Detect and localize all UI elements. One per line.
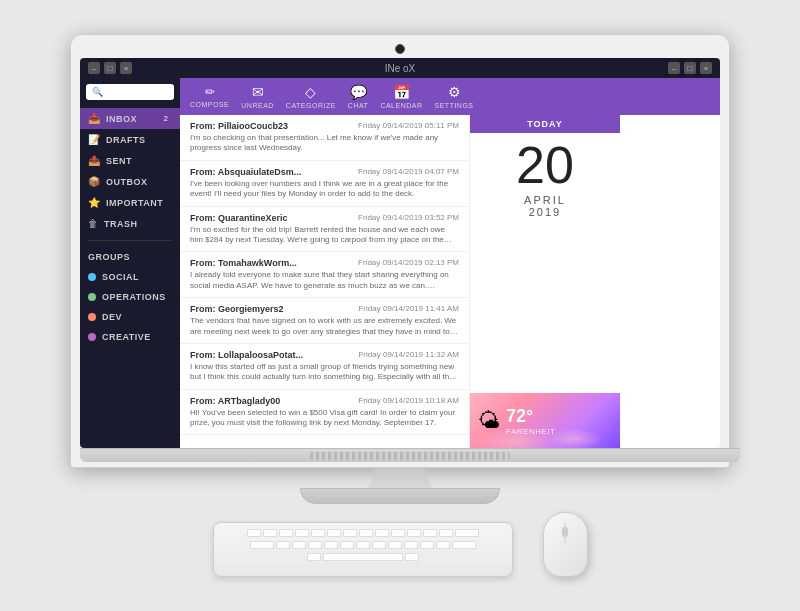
calendar-button[interactable]: 📅 CALENDAR	[380, 84, 422, 109]
sidebar: 🔍 📥 INBOX 2 📝 DRAFTS 📤 SENT	[80, 78, 180, 448]
key	[308, 541, 322, 549]
outbox-icon: 📦	[88, 176, 100, 187]
unread-button[interactable]: ✉ UNREAD	[241, 84, 274, 109]
settings-button[interactable]: ⚙ SETTINGS	[435, 84, 474, 109]
email-date-6: Friday 09/14/2019 10:18 AM	[358, 396, 459, 406]
inbox-label: INBOX	[106, 114, 137, 124]
minimize-btn-left[interactable]: –	[88, 62, 100, 74]
email-date-3: Friday 09/14/2019 02:13 PM	[358, 258, 459, 268]
key	[407, 529, 421, 537]
important-label: IMPORTANT	[106, 198, 163, 208]
email-preview-0: I'm so checking on that presentation... …	[190, 133, 459, 154]
groups-header: GROUPS	[80, 247, 180, 267]
key	[372, 541, 386, 549]
categorize-label: CATEGORIZE	[286, 102, 336, 109]
social-dot	[88, 273, 96, 281]
key	[391, 529, 405, 537]
key	[405, 553, 419, 561]
categorize-button[interactable]: ◇ CATEGORIZE	[286, 84, 336, 109]
maximize-btn-right[interactable]: □	[684, 62, 696, 74]
screen: – □ × INe oX – □ × 🔍	[80, 58, 720, 448]
email-date-4: Friday 09/14/2019 11:41 AM	[358, 304, 459, 314]
stand-base	[300, 488, 500, 504]
app-container: 🔍 📥 INBOX 2 📝 DRAFTS 📤 SENT	[80, 78, 720, 448]
trash-label: TRASH	[104, 219, 138, 229]
main-area: ✏ COMPOSE ✉ UNREAD ◇ CATEGORIZE 💬	[180, 78, 720, 448]
email-from-0: From: PillaiooCoucb23	[190, 121, 288, 131]
key	[359, 529, 373, 537]
keyboard	[213, 522, 513, 577]
sidebar-item-operations[interactable]: Operations	[80, 287, 180, 307]
key	[327, 529, 341, 537]
groups-label: GROUPS	[88, 252, 130, 262]
chat-button[interactable]: 💬 CHAT	[348, 84, 369, 109]
stand-neck	[360, 468, 440, 488]
left-titlebar-controls: – □ ×	[88, 62, 132, 74]
maximize-btn-left[interactable]: □	[104, 62, 116, 74]
key	[276, 541, 290, 549]
monitor-bottom-bar	[80, 448, 740, 462]
key	[436, 541, 450, 549]
calendar-month-year: APRIL 2019	[470, 194, 620, 224]
email-from-1: From: AbsquaiulateDsm...	[190, 167, 301, 177]
calendar-month: APRIL	[524, 194, 566, 206]
search-bar[interactable]: 🔍	[86, 84, 174, 100]
sidebar-item-sent[interactable]: 📤 SENT	[80, 150, 180, 171]
outbox-label: OUTBOX	[106, 177, 148, 187]
chat-icon: 💬	[350, 84, 367, 100]
webcam	[395, 44, 405, 54]
widget-panel: TODAY 20 APRIL 2019 🌤	[470, 115, 620, 448]
key	[279, 529, 293, 537]
right-titlebar-controls: – □ ×	[668, 62, 712, 74]
drafts-label: DRAFTS	[106, 135, 146, 145]
email-item-6[interactable]: From: ARTbaglady00 Friday 09/14/2019 10:…	[180, 390, 469, 436]
email-item-5[interactable]: From: LollapaloosaPotat... Friday 09/14/…	[180, 344, 469, 390]
email-header-6: From: ARTbaglady00 Friday 09/14/2019 10:…	[190, 396, 459, 406]
toolbar: ✏ COMPOSE ✉ UNREAD ◇ CATEGORIZE 💬	[180, 78, 720, 115]
sidebar-item-creative[interactable]: Creative	[80, 327, 180, 347]
sent-icon: 📤	[88, 155, 100, 166]
social-label: Social	[102, 272, 139, 282]
calendar-header: TODAY	[470, 115, 620, 133]
trash-icon: 🗑	[88, 218, 98, 229]
close-btn-right[interactable]: ×	[700, 62, 712, 74]
sidebar-item-outbox[interactable]: 📦 OUTBOX	[80, 171, 180, 192]
compose-icon: ✏	[205, 85, 215, 99]
key	[439, 529, 453, 537]
sent-label: SENT	[106, 156, 132, 166]
weather-info: 72° FARENHEIT	[506, 406, 555, 436]
key	[388, 541, 402, 549]
close-btn-left[interactable]: ×	[120, 62, 132, 74]
key	[455, 529, 479, 537]
important-icon: ⭐	[88, 197, 100, 208]
email-from-2: From: QuarantineXeric	[190, 213, 288, 223]
calendar-day: 20	[470, 133, 620, 194]
dev-dot	[88, 313, 96, 321]
minimize-btn-right[interactable]: –	[668, 62, 680, 74]
chat-label: CHAT	[348, 102, 369, 109]
titlebar: – □ × INe oX – □ ×	[80, 58, 720, 78]
calendar-year: 2019	[529, 206, 561, 218]
email-date-2: Friday 09/14/2019 03:52 PM	[358, 213, 459, 223]
sidebar-item-trash[interactable]: 🗑 TRASH	[80, 213, 180, 234]
compose-button[interactable]: ✏ COMPOSE	[190, 85, 229, 108]
key	[420, 541, 434, 549]
email-item-2[interactable]: From: QuarantineXeric Friday 09/14/2019 …	[180, 207, 469, 253]
sidebar-item-inbox[interactable]: 📥 INBOX 2	[80, 108, 180, 129]
sidebar-item-social[interactable]: Social	[80, 267, 180, 287]
email-header-0: From: PillaiooCoucb23 Friday 09/14/2019 …	[190, 121, 459, 131]
window-title: INe oX	[385, 63, 416, 74]
key	[307, 553, 321, 561]
email-item-1[interactable]: From: AbsquaiulateDsm... Friday 09/14/20…	[180, 161, 469, 207]
key	[324, 541, 338, 549]
sidebar-item-important[interactable]: ⭐ IMPORTANT	[80, 192, 180, 213]
email-item-0[interactable]: From: PillaiooCoucb23 Friday 09/14/2019 …	[180, 115, 469, 161]
calendar-widget: TODAY 20 APRIL 2019	[470, 115, 620, 393]
email-item-4[interactable]: From: Georgiemyers2 Friday 09/14/2019 11…	[180, 298, 469, 344]
email-item-3[interactable]: From: TomahawkWorm... Friday 09/14/2019 …	[180, 252, 469, 298]
email-list: From: PillaiooCoucb23 Friday 09/14/2019 …	[180, 115, 470, 448]
key	[343, 529, 357, 537]
sidebar-item-dev[interactable]: Dev	[80, 307, 180, 327]
monitor-grill	[310, 452, 510, 460]
sidebar-item-drafts[interactable]: 📝 DRAFTS	[80, 129, 180, 150]
